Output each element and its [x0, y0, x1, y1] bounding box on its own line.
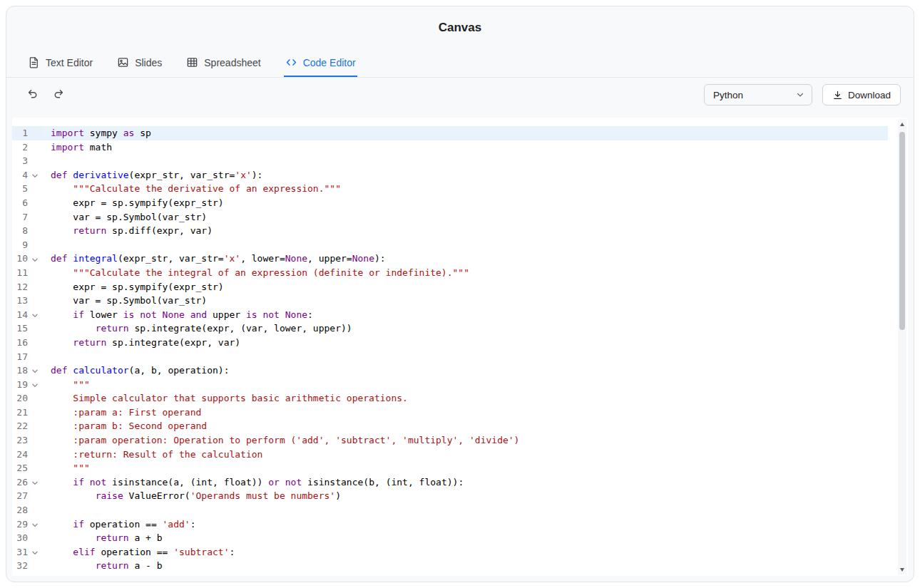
tab-label: Code Editor	[303, 57, 356, 68]
code-line-text[interactable]: expr = sp.sympify(expr_str)	[42, 196, 888, 210]
scroll-down-arrow-icon[interactable]	[898, 564, 906, 574]
code-line-text[interactable]: Simple calculator that supports basic ar…	[42, 391, 888, 406]
code-line-text[interactable]: def integral(expr_str, var_str='x', lowe…	[42, 252, 888, 266]
fold-gutter	[28, 448, 42, 462]
code-line-text[interactable]: """Calculate the integral of an expressi…	[42, 266, 888, 280]
line-number: 11	[12, 266, 28, 280]
line-number: 20	[12, 391, 28, 406]
code-line-text[interactable]	[42, 503, 888, 517]
code-line-text[interactable]: :return: Result of the calculation	[42, 448, 888, 462]
code-line-text[interactable]: """	[42, 378, 888, 392]
code-line-text[interactable]: if not isinstance(a, (int, float)) or no…	[42, 475, 888, 490]
code-line-25: 25 """	[12, 461, 888, 475]
fold-gutter	[28, 433, 42, 448]
code-line-13: 13 var = sp.Symbol(var_str)	[12, 294, 888, 308]
code-line-text[interactable]: return a + b	[42, 531, 888, 545]
code-line-text[interactable]	[42, 238, 888, 252]
line-number: 16	[12, 336, 28, 350]
scrollbar	[898, 119, 906, 574]
code-line-6: 6 expr = sp.sympify(expr_str)	[12, 196, 888, 210]
tab-code-editor[interactable]: Code Editor	[284, 49, 357, 77]
code-line-text[interactable]: :param b: Second operand	[42, 419, 888, 433]
line-number: 31	[12, 545, 28, 559]
code-line-9: 9	[12, 238, 888, 252]
fold-gutter	[28, 531, 42, 545]
fold-gutter	[28, 224, 42, 238]
code-line-text[interactable]	[42, 154, 888, 168]
line-number: 25	[12, 461, 28, 475]
code-line-text[interactable]: import math	[42, 140, 888, 155]
line-number: 29	[12, 517, 28, 532]
spreadsheet-icon	[186, 56, 198, 68]
code-line-text[interactable]: return sp.diff(expr, var)	[42, 224, 888, 238]
redo-button[interactable]	[51, 86, 67, 104]
line-number: 32	[12, 559, 28, 573]
line-number: 7	[12, 210, 28, 225]
code-line-text[interactable]: def derivative(expr_str, var_str='x'):	[42, 168, 888, 182]
app-header: Canvas	[6, 6, 914, 49]
code-line-text[interactable]: if operation == 'add':	[42, 517, 888, 532]
download-label: Download	[848, 90, 891, 100]
language-select-value: Python	[713, 90, 743, 100]
fold-chevron-icon[interactable]	[28, 363, 42, 378]
line-number: 19	[12, 378, 28, 392]
fold-chevron-icon[interactable]	[28, 252, 42, 266]
code-line-12: 12 expr = sp.sympify(expr_str)	[12, 280, 888, 294]
fold-gutter	[28, 391, 42, 406]
fold-gutter	[28, 503, 42, 517]
tab-text-editor[interactable]: Text Editor	[26, 49, 94, 77]
line-number: 18	[12, 363, 28, 378]
download-button[interactable]: Download	[822, 84, 901, 105]
line-number: 9	[12, 238, 28, 252]
tab-spreadsheet[interactable]: Spreadsheet	[185, 49, 262, 77]
code-line-text[interactable]: expr = sp.sympify(expr_str)	[42, 280, 888, 294]
code-line-text[interactable]: :param a: First operand	[42, 406, 888, 420]
fold-gutter	[28, 182, 42, 196]
fold-gutter	[28, 238, 42, 252]
fold-chevron-icon[interactable]	[28, 308, 42, 322]
fold-chevron-icon[interactable]	[28, 517, 42, 532]
line-number: 6	[12, 196, 28, 210]
code-line-text[interactable]: def calculator(a, b, operation):	[42, 363, 888, 378]
code-line-text[interactable]: var = sp.Symbol(var_str)	[42, 294, 888, 308]
code-line-text[interactable]: if lower is not None and upper is not No…	[42, 308, 888, 322]
code-line-text[interactable]: """	[42, 461, 888, 475]
fold-chevron-icon[interactable]	[28, 475, 42, 490]
code-line-text[interactable]: import sympy as sp	[42, 126, 888, 140]
line-number: 21	[12, 406, 28, 420]
undo-button[interactable]	[24, 86, 41, 104]
code-line-1: 1import sympy as sp	[12, 126, 888, 140]
code-line-18: 18def calculator(a, b, operation):	[12, 363, 888, 378]
language-select[interactable]: Python	[704, 84, 812, 105]
code-line-text[interactable]: return a - b	[42, 559, 888, 573]
line-number: 22	[12, 419, 28, 433]
fold-chevron-icon[interactable]	[28, 378, 42, 392]
tab-slides[interactable]: Slides	[116, 49, 163, 77]
code-line-text[interactable]: """Calculate the derivative of an expres…	[42, 182, 888, 196]
code-line-30: 30 return a + b	[12, 531, 888, 545]
fold-gutter	[28, 280, 42, 294]
tab-label: Text Editor	[46, 57, 93, 68]
code-line-text[interactable]	[42, 350, 888, 364]
code-area[interactable]: 1import sympy as sp2import math34def der…	[12, 118, 908, 576]
fold-gutter	[28, 196, 42, 210]
code-line-text[interactable]: return sp.integrate(expr, (var, lower, u…	[42, 321, 888, 336]
code-line-24: 24 :return: Result of the calculation	[12, 448, 888, 462]
line-number: 26	[12, 475, 28, 490]
line-number: 5	[12, 182, 28, 196]
fold-gutter	[28, 140, 42, 155]
scroll-up-arrow-icon[interactable]	[898, 119, 906, 129]
undo-icon	[26, 88, 39, 102]
code-line-3: 3	[12, 154, 888, 168]
code-line-2: 2import math	[12, 140, 888, 155]
code-line-text[interactable]: :param operation: Operation to perform (…	[42, 433, 888, 448]
scrollbar-thumb[interactable]	[899, 132, 905, 330]
code-line-text[interactable]: elif operation == 'subtract':	[42, 545, 888, 559]
code-line-text[interactable]: raise ValueError('Operands must be numbe…	[42, 489, 888, 503]
code-line-text[interactable]: return sp.integrate(expr, var)	[42, 336, 888, 350]
fold-chevron-icon[interactable]	[28, 168, 42, 182]
fold-gutter	[28, 266, 42, 280]
code-line-text[interactable]: var = sp.Symbol(var_str)	[42, 210, 888, 225]
line-number: 14	[12, 308, 28, 322]
fold-chevron-icon[interactable]	[28, 545, 42, 559]
